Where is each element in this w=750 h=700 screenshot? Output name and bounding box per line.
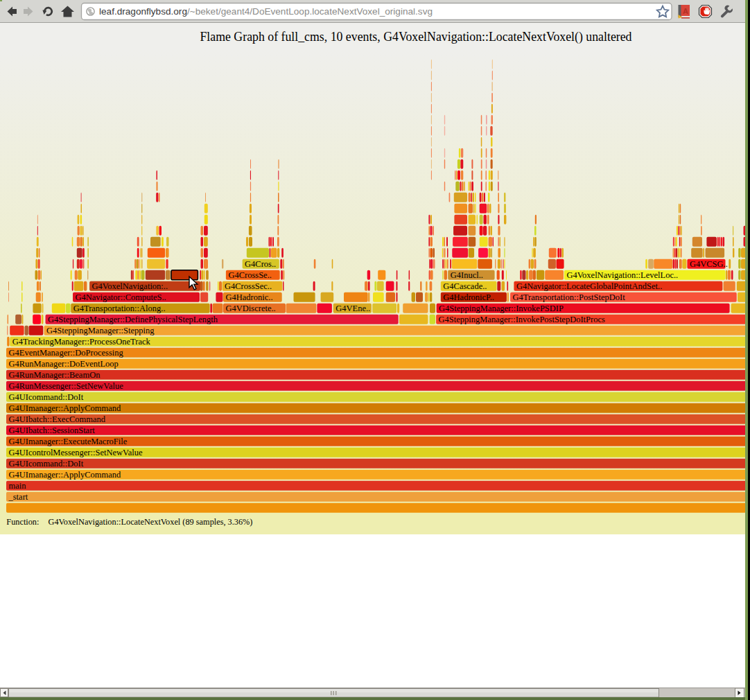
svg-text:main: main (9, 481, 27, 491)
svg-text:G4UIcommand::DoIt: G4UIcommand::DoIt (9, 459, 84, 469)
svg-text:G4UIbatch::SessionStart: G4UIbatch::SessionStart (9, 426, 96, 435)
svg-text:G4SteppingManager::Stepping: G4SteppingManager::Stepping (46, 326, 155, 335)
svg-text:G4Transportation::Along..: G4Transportation::Along.. (73, 304, 166, 313)
svg-text:G4HadronicP..: G4HadronicP.. (443, 292, 494, 302)
svg-text:G4RunMessenger::SetNewValue: G4RunMessenger::SetNewValue (9, 381, 124, 391)
svg-text:G4UIcontrolMessenger::SetNewVa: G4UIcontrolMessenger::SetNewValue (9, 448, 143, 457)
svg-text:G4UIcommand::DoIt: G4UIcommand::DoIt (9, 392, 84, 402)
svg-text:G4UImanager::ApplyCommand: G4UImanager::ApplyCommand (9, 403, 122, 413)
svg-text:_start: _start (8, 492, 28, 502)
svg-text:A: A (683, 7, 688, 15)
svg-text:G4Cros..: G4Cros.. (245, 259, 276, 269)
svg-text:G4Navigator::ComputeS..: G4Navigator::ComputeS.. (76, 292, 166, 302)
svg-text:G4UImanager::ExecuteMacroFile: G4UImanager::ExecuteMacroFile (9, 437, 128, 446)
svg-text:G4RunManager::BeamOn: G4RunManager::BeamOn (9, 370, 101, 380)
svg-text:G4SteppingManager::InvokePSDIP: G4SteppingManager::InvokePSDIP (439, 304, 564, 313)
svg-text:G4VoxelNavigation::LevelLoc..: G4VoxelNavigation::LevelLoc.. (566, 270, 678, 280)
svg-text:G4EventManager::DoProcessing: G4EventManager::DoProcessing (9, 348, 124, 358)
svg-text:G4VEne..: G4VEne.. (335, 304, 370, 313)
svg-text:G4SteppingManager::DefinePhysi: G4SteppingManager::DefinePhysicalStepLen… (48, 315, 218, 324)
svg-text:G4Cascade..: G4Cascade.. (443, 281, 487, 291)
svg-text:Flame Graph of full_cms, 10 ev: Flame Graph of full_cms, 10 events, G4Vo… (200, 30, 631, 44)
svg-text:G4VCSG..: G4VCSG.. (690, 259, 728, 269)
svg-text:G4SteppingManager::InvokePostS: G4SteppingManager::InvokePostStepDoItPro… (439, 315, 605, 324)
svg-text:G4Hadronic..: G4Hadronic.. (226, 292, 273, 302)
svg-text:G4VDiscrete..: G4VDiscrete.. (226, 304, 276, 313)
svg-text:G4CrossSec..: G4CrossSec.. (225, 281, 272, 291)
svg-text:G4TrackingManager::ProcessOneT: G4TrackingManager::ProcessOneTrack (12, 337, 151, 347)
svg-text:Function:: Function: (6, 517, 39, 527)
svg-text:G4VoxelNavigation::LocateNextV: G4VoxelNavigation::LocateNextVoxel (89 s… (49, 517, 253, 527)
svg-text:G4Transportation::PostStepDoIt: G4Transportation::PostStepDoIt (513, 292, 626, 302)
svg-text:G4UIbatch::ExecCommand: G4UIbatch::ExecCommand (9, 414, 106, 424)
svg-text:G4RunManager::DoEventLoop: G4RunManager::DoEventLoop (9, 359, 119, 369)
svg-text:leaf.dragonflybsd.org/~beket/g: leaf.dragonflybsd.org/~beket/geant4/DoEv… (99, 6, 433, 17)
svg-text:G4Navigator::LocateGlobalPoint: G4Navigator::LocateGlobalPointAndSet.. (516, 281, 662, 291)
svg-text:G4Inucl..: G4Inucl.. (451, 270, 483, 280)
svg-text:G4VoxelNavigation:..: G4VoxelNavigation:.. (92, 281, 168, 291)
svg-text:G4UImanager::ApplyCommand: G4UImanager::ApplyCommand (9, 470, 122, 480)
svg-text:G4CrossSe..: G4CrossSe.. (228, 270, 272, 280)
